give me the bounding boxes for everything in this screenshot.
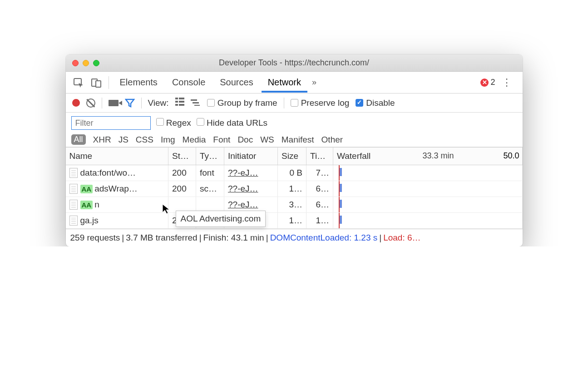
waterfall-tick-end: 50.0 [503, 151, 519, 161]
row-initiator[interactable]: ??-eJ… [228, 200, 258, 209]
tab-elements[interactable]: Elements [114, 72, 164, 93]
table-row[interactable]: data:font/wo…200font??-eJ…0 B7… [66, 165, 523, 181]
svg-rect-3 [175, 98, 178, 99]
row-type: font [196, 165, 224, 181]
filter-input[interactable] [71, 116, 151, 130]
filter-type-js[interactable]: JS [119, 135, 128, 145]
regex-checkbox[interactable]: Regex [156, 118, 191, 128]
row-status: 200 [168, 181, 196, 197]
tracker-badge: AA [80, 201, 93, 209]
row-size: 1… [278, 213, 306, 229]
screenshot-icon[interactable] [109, 100, 119, 106]
divider [102, 98, 102, 108]
waterfall-tick: 33.3 min [422, 151, 454, 161]
filter-bar: Regex Hide data URLs All XHR JS CSS Img … [66, 113, 523, 147]
titlebar: Developer Tools - https://techcrunch.com… [66, 54, 523, 72]
svg-rect-4 [179, 98, 184, 99]
row-initiator[interactable]: ??-eJ… [228, 168, 258, 177]
tab-sources[interactable]: Sources [213, 72, 259, 93]
row-name: adsWrap… [94, 184, 138, 194]
devtools-tabbar: Elements Console Sources Network » ✕ 2 ⋮ [66, 72, 523, 93]
table-row[interactable]: AAadsWrap…200sc…??-eJ…1…6… [66, 181, 523, 197]
settings-menu-icon[interactable]: ⋮ [498, 77, 515, 89]
svg-rect-7 [175, 104, 178, 106]
col-time[interactable]: Ti… [306, 148, 333, 165]
row-time: 6… [306, 197, 333, 213]
svg-rect-8 [179, 104, 184, 106]
svg-rect-6 [179, 101, 184, 103]
col-status[interactable]: St… [168, 148, 196, 165]
row-waterfall [333, 165, 523, 181]
filter-type-other[interactable]: Other [321, 135, 343, 145]
status-domcontentloaded: DOMContentLoaded: 1.23 s [270, 233, 378, 243]
row-time: 7… [306, 165, 333, 181]
filter-types: All XHR JS CSS Img Media Font Doc WS Man… [71, 130, 517, 145]
status-transferred: 3.7 MB transferred [126, 233, 197, 243]
preserve-log-checkbox[interactable]: Preserve log [291, 98, 350, 108]
svg-rect-5 [175, 101, 178, 103]
file-icon [69, 216, 78, 226]
col-size[interactable]: Size [278, 148, 306, 165]
divider [284, 98, 284, 108]
devtools-window: Developer Tools - https://techcrunch.com… [66, 54, 523, 246]
filter-type-manifest[interactable]: Manifest [282, 135, 314, 145]
filter-type-css[interactable]: CSS [136, 135, 153, 145]
status-load: Load: 6… [383, 233, 420, 243]
status-finish: Finish: 43.1 min [203, 233, 264, 243]
filter-type-all[interactable]: All [71, 134, 86, 145]
filter-type-xhr[interactable]: XHR [93, 135, 111, 145]
hide-data-urls-checkbox[interactable]: Hide data URLs [197, 118, 267, 128]
row-initiator[interactable]: ??-eJ… [228, 184, 258, 193]
divider [109, 76, 109, 89]
filter-type-ws[interactable]: WS [260, 135, 274, 145]
device-toolbar-icon[interactable] [89, 75, 104, 90]
row-waterfall [333, 181, 523, 197]
svg-rect-9 [191, 99, 197, 101]
inspect-element-icon[interactable] [70, 75, 87, 90]
more-tabs-icon[interactable]: » [309, 78, 319, 87]
tracker-badge: AA [80, 185, 93, 193]
tab-console[interactable]: Console [166, 72, 212, 93]
row-time: 6… [306, 181, 333, 197]
large-rows-icon[interactable] [175, 98, 184, 108]
divider [141, 98, 142, 108]
view-label: View: [148, 98, 169, 108]
row-name: ga.js [80, 216, 99, 226]
table-row[interactable]: AAn??-eJ…3…6… [66, 197, 523, 213]
filter-type-media[interactable]: Media [183, 135, 206, 145]
network-toolbar: View: Group by frame Preserve log Disabl… [66, 93, 523, 113]
overview-icon[interactable] [191, 98, 201, 108]
col-name[interactable]: Name [66, 148, 168, 165]
group-by-frame-checkbox[interactable]: Group by frame [207, 98, 277, 108]
tab-network[interactable]: Network [262, 72, 307, 93]
svg-rect-11 [194, 105, 200, 106]
row-name: n [94, 200, 99, 210]
filter-type-img[interactable]: Img [161, 135, 175, 145]
status-bar: 259 requests | 3.7 MB transferred | Fini… [66, 229, 523, 246]
error-count-badge[interactable]: ✕ 2 [480, 78, 495, 87]
error-icon: ✕ [480, 79, 489, 87]
filter-type-doc[interactable]: Doc [237, 135, 253, 145]
clear-button[interactable] [86, 98, 95, 108]
col-initiator[interactable]: Initiator [224, 148, 278, 165]
record-button[interactable] [72, 99, 80, 107]
col-type[interactable]: Ty… [196, 148, 224, 165]
window-title: Developer Tools - https://techcrunch.com… [66, 58, 523, 68]
row-size: 1… [278, 181, 306, 197]
filter-toggle-icon[interactable] [125, 98, 135, 108]
svg-rect-10 [193, 102, 199, 103]
file-icon [69, 200, 78, 210]
disable-cache-checkbox[interactable]: Disable [356, 98, 395, 108]
filter-type-font[interactable]: Font [213, 135, 230, 145]
row-waterfall [333, 197, 523, 213]
svg-rect-2 [96, 81, 101, 87]
row-name: data:font/wo… [80, 168, 136, 178]
row-size: 0 B [278, 165, 306, 181]
row-size: 3… [278, 197, 306, 213]
file-icon [69, 168, 78, 178]
row-type: sc… [196, 181, 224, 197]
table-row[interactable]: ga.js200sc…??-eJ…1…1… [66, 213, 523, 229]
hover-tooltip: AOL Advertising.com [176, 211, 266, 227]
col-waterfall[interactable]: Waterfall 33.3 min 50.0 [333, 148, 523, 165]
row-waterfall [333, 213, 523, 229]
